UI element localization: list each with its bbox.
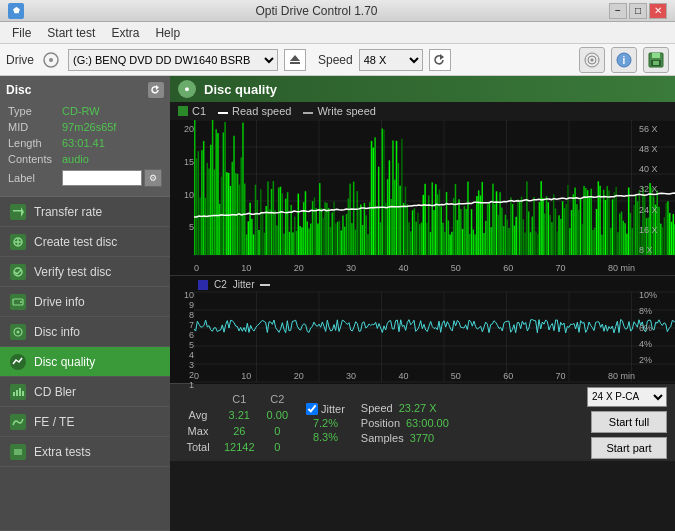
svg-rect-11 — [652, 53, 660, 58]
create-test-disc-label: Create test disc — [34, 235, 117, 249]
write-speed-color-swatch — [303, 112, 313, 114]
sidebar-item-verify-test-disc[interactable]: Verify test disc — [0, 257, 170, 287]
menu-start-test[interactable]: Start test — [39, 22, 103, 43]
sidebar-item-disc-quality[interactable]: Disc quality — [0, 347, 170, 377]
total-c1: 12142 — [218, 439, 261, 455]
avg-label: Avg — [178, 407, 218, 423]
info-button[interactable]: i — [611, 47, 637, 73]
jitter-col-label: Jitter — [321, 403, 345, 415]
jitter-label: Jitter — [233, 279, 255, 290]
c2-y-axis-right: 10%8%6%4%2% — [639, 290, 673, 365]
c1-chart: 20 15 10 5 56 X 48 X 40 X 32 X 24 X 16 X… — [170, 120, 675, 275]
sidebar-item-extra-tests[interactable]: Extra tests — [0, 437, 170, 467]
drive-bar: Drive (G:) BENQ DVD DD DW1640 BSRB Speed… — [0, 44, 675, 76]
col-c1-header: C1 — [218, 391, 261, 407]
stats-table: C1 C2 Avg 3.21 0.00 Max 26 0 Total 12142… — [178, 391, 294, 455]
drive-selector[interactable]: (G:) BENQ DVD DD DW1640 BSRB — [68, 49, 278, 71]
max-c2: 0 — [261, 423, 294, 439]
menu-extra[interactable]: Extra — [103, 22, 147, 43]
svg-text:i: i — [623, 55, 626, 66]
c1-y-axis-right: 56 X 48 X 40 X 32 X 24 X 16 X 8 X — [639, 124, 673, 255]
sidebar-item-transfer-rate[interactable]: Transfer rate — [0, 197, 170, 227]
disc-quality-icon — [10, 354, 26, 370]
quality-icon: ● — [178, 80, 196, 98]
quality-title: Disc quality — [204, 82, 277, 97]
drive-info-icon — [10, 294, 26, 310]
cd-bler-label: CD Bler — [34, 385, 76, 399]
test-speed-selector[interactable]: 24 X P-CA — [587, 387, 667, 407]
c2-chart: C2 Jitter 10987654321 10%8%6%4%2% 010203… — [170, 275, 675, 383]
legend-read-speed: Read speed — [218, 105, 291, 117]
menu-bar: File Start test Extra Help — [0, 22, 675, 44]
action-section: 24 X P-CA Start full Start part — [587, 387, 667, 459]
verify-test-disc-icon — [10, 264, 26, 280]
title-bar: ⬟ Opti Drive Control 1.70 − □ ✕ — [0, 0, 675, 22]
stats-bar: C1 C2 Avg 3.21 0.00 Max 26 0 Total 12142… — [170, 383, 675, 461]
svg-rect-26 — [16, 390, 18, 396]
sidebar-item-fe-te[interactable]: FE / TE — [0, 407, 170, 437]
write-speed-label: Write speed — [317, 105, 376, 117]
fe-te-label: FE / TE — [34, 415, 74, 429]
fe-te-icon — [10, 414, 26, 430]
position-label: Position — [361, 417, 400, 429]
type-label: Type — [8, 104, 60, 118]
disc-label-input[interactable] — [62, 170, 142, 186]
erase-button[interactable] — [579, 47, 605, 73]
window-controls: − □ ✕ — [609, 3, 667, 19]
sidebar-item-disc-info[interactable]: Disc info — [0, 317, 170, 347]
speed-position-section: Speed 23.27 X Position 63:00.00 Samples … — [361, 402, 449, 444]
sidebar: Disc Type CD-RW MID 97m26s65f Length 63:… — [0, 76, 170, 531]
cd-bler-icon — [10, 384, 26, 400]
disc-info-label: Disc info — [34, 325, 80, 339]
max-jitter: 8.3% — [306, 431, 345, 443]
col-c2-header: C2 — [261, 391, 294, 407]
save-button[interactable] — [643, 47, 669, 73]
c1-y-axis-left: 20 15 10 5 — [172, 124, 194, 255]
transfer-rate-label: Transfer rate — [34, 205, 102, 219]
avg-c1: 3.21 — [218, 407, 261, 423]
extra-tests-label: Extra tests — [34, 445, 91, 459]
chart-legend: C1 Read speed Write speed — [170, 102, 675, 120]
avg-jitter: 7.2% — [306, 417, 345, 429]
speed-value-stat: 23.27 X — [399, 402, 437, 414]
start-full-button[interactable]: Start full — [591, 411, 667, 433]
close-button[interactable]: ✕ — [649, 3, 667, 19]
app-icon: ⬟ — [8, 3, 24, 19]
speed-label: Speed — [318, 53, 353, 67]
c2-x-axis: 01020304050607080 min — [194, 371, 635, 381]
speed-selector[interactable]: 48 X — [359, 49, 423, 71]
menu-file[interactable]: File — [4, 22, 39, 43]
eject-button[interactable] — [284, 49, 306, 71]
minimize-button[interactable]: − — [609, 3, 627, 19]
avg-c2: 0.00 — [261, 407, 294, 423]
legend-write-speed: Write speed — [303, 105, 376, 117]
jitter-checkbox[interactable] — [306, 403, 318, 415]
sidebar-item-cd-bler[interactable]: CD Bler — [0, 377, 170, 407]
max-label: Max — [178, 423, 218, 439]
jitter-section: Jitter 7.2% 8.3% — [306, 403, 345, 443]
menu-help[interactable]: Help — [147, 22, 188, 43]
max-c1: 26 — [218, 423, 261, 439]
legend-c1: C1 — [178, 105, 206, 117]
sidebar-item-drive-info[interactable]: Drive info — [0, 287, 170, 317]
position-value: 63:00.00 — [406, 417, 449, 429]
refresh-button[interactable] — [429, 49, 451, 71]
c2-chart-header: C2 Jitter — [198, 279, 270, 290]
disc-label-gear[interactable]: ⚙ — [144, 169, 162, 187]
disc-refresh-icon[interactable] — [148, 82, 164, 98]
mid-value: 97m26s65f — [62, 120, 162, 134]
svg-point-1 — [49, 58, 53, 62]
c1-label: C1 — [192, 105, 206, 117]
start-part-button[interactable]: Start part — [591, 437, 667, 459]
samples-value: 3770 — [410, 432, 434, 444]
maximize-button[interactable]: □ — [629, 3, 647, 19]
contents-label: Contents — [8, 152, 60, 166]
svg-rect-3 — [290, 62, 300, 64]
read-speed-label: Read speed — [232, 105, 291, 117]
samples-label: Samples — [361, 432, 404, 444]
svg-rect-13 — [653, 61, 659, 65]
sidebar-item-create-test-disc[interactable]: Create test disc — [0, 227, 170, 257]
speed-label-stat: Speed — [361, 402, 393, 414]
c2-label: C2 — [214, 279, 227, 290]
svg-rect-27 — [19, 388, 21, 396]
